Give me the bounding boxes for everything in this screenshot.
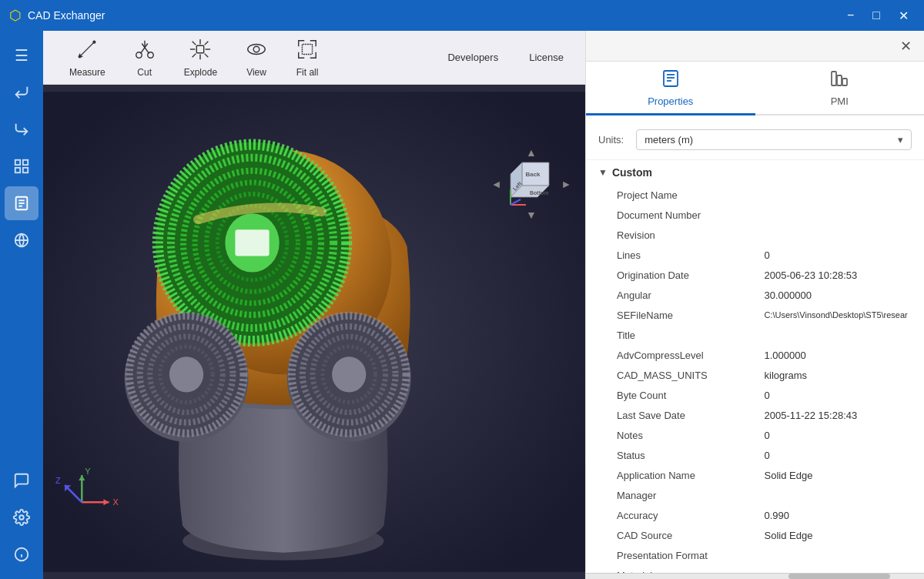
- prop-application-name: Application Name Solid Edge: [586, 465, 924, 485]
- svg-rect-0: [15, 160, 20, 165]
- prop-accuracy: Accuracy 0.990: [586, 505, 924, 525]
- custom-section-title: Custom: [612, 166, 652, 179]
- 3d-scene[interactable]: ▲ ◄ Back Left: [43, 85, 585, 579]
- units-label: Units:: [598, 134, 624, 146]
- explode-tool[interactable]: Explode: [173, 33, 228, 82]
- tab-pmi[interactable]: PMI: [755, 62, 925, 115]
- properties-tab-icon: [661, 69, 680, 92]
- svg-rect-84: [832, 72, 836, 85]
- close-window-button[interactable]: ✕: [892, 5, 915, 26]
- navigation-cube[interactable]: ▲ ◄ Back Left: [493, 146, 570, 231]
- measure-icon: [75, 38, 99, 64]
- cut-label: Cut: [137, 67, 152, 78]
- properties-tab-label: Properties: [648, 95, 693, 107]
- sidebar-item-info[interactable]: [5, 537, 38, 571]
- sidebar-item-import[interactable]: [5, 75, 38, 109]
- svg-line-13: [80, 42, 95, 56]
- prop-status: Status 0: [586, 445, 924, 465]
- bottom-scrollbar-thumb[interactable]: [788, 574, 890, 579]
- svg-point-70: [332, 356, 366, 392]
- sidebar-item-settings[interactable]: [5, 500, 38, 534]
- svg-line-29: [205, 53, 209, 57]
- view-tool[interactable]: View: [234, 33, 279, 82]
- explode-label: Explode: [184, 67, 217, 78]
- pmi-tab-icon: [830, 69, 849, 92]
- prop-last-save-date: Last Save Date 2005-11-22 15:28:43: [586, 405, 924, 425]
- svg-rect-1: [23, 160, 28, 165]
- app-title: CAD Exchanger: [28, 9, 105, 22]
- measure-tool[interactable]: Measure: [59, 33, 116, 82]
- svg-text:Z: Z: [55, 476, 61, 485]
- fitall-icon: [296, 38, 319, 64]
- svg-point-32: [248, 44, 266, 54]
- panel-close-button[interactable]: ✕: [897, 35, 915, 58]
- svg-text:Y: Y: [85, 467, 91, 476]
- sidebar-item-menu[interactable]: ☰: [5, 38, 38, 72]
- minimize-button[interactable]: −: [841, 5, 860, 26]
- svg-rect-80: [664, 71, 678, 86]
- custom-section-header[interactable]: ▼ Custom: [586, 160, 924, 185]
- developers-link[interactable]: Developers: [441, 49, 504, 66]
- custom-section: ▼ Custom Project Name Document Number Re…: [586, 160, 924, 573]
- prop-adv-compress-level: AdvCompressLevel 1.000000: [586, 345, 924, 365]
- svg-rect-23: [197, 45, 204, 52]
- prop-cad-mass-units: CAD_MASS_UNITS kilograms: [586, 365, 924, 385]
- cube-visual[interactable]: Back Left Bottom: [507, 159, 557, 209]
- prop-presentation-format: Presentation Format: [586, 545, 924, 565]
- units-select-value: meters (m): [644, 134, 693, 146]
- svg-point-63: [169, 356, 203, 392]
- fitall-tool[interactable]: Fit all: [285, 33, 330, 82]
- prop-document-number: Document Number: [586, 205, 924, 225]
- svg-rect-2: [15, 168, 20, 172]
- sidebar-item-chat[interactable]: [5, 464, 38, 497]
- svg-point-33: [253, 46, 259, 52]
- pmi-tab-label: PMI: [831, 95, 849, 107]
- prop-sefilename: SEFileName C:\Users\Vinsond\Desktop\ST5\…: [586, 305, 924, 325]
- svg-rect-86: [842, 79, 847, 85]
- svg-rect-34: [303, 44, 313, 54]
- svg-text:Back: Back: [525, 171, 541, 178]
- titlebar-controls: − □ ✕: [841, 5, 915, 26]
- units-row: Units: meters (m) ▾: [586, 125, 924, 160]
- sidebar-item-globe[interactable]: [5, 223, 38, 257]
- sidebar-item-assembly[interactable]: [5, 149, 38, 183]
- svg-line-30: [205, 41, 209, 45]
- svg-rect-3: [23, 168, 28, 172]
- app-logo: ⬡: [9, 7, 22, 24]
- sidebar-item-export[interactable]: [5, 112, 38, 146]
- prop-project-name: Project Name: [586, 185, 924, 205]
- panel-tabs: Properties PMI: [586, 62, 924, 115]
- maximize-button[interactable]: □: [866, 5, 886, 26]
- content-area: Measure Cut Explode: [43, 31, 924, 579]
- prop-cad-source: CAD Source Solid Edge: [586, 525, 924, 545]
- svg-line-28: [192, 41, 196, 45]
- tab-properties[interactable]: Properties: [586, 62, 755, 115]
- units-dropdown-icon: ▾: [898, 134, 903, 146]
- svg-text:X: X: [113, 497, 119, 507]
- svg-point-9: [19, 515, 24, 520]
- custom-section-arrow: ▼: [598, 167, 608, 178]
- main-layout: ☰: [0, 31, 924, 579]
- viewport[interactable]: Measure Cut Explode: [43, 31, 585, 579]
- prop-lines: Lines 0: [586, 245, 924, 265]
- explode-icon: [189, 38, 212, 64]
- prop-title: Title: [586, 325, 924, 345]
- svg-point-16: [79, 55, 82, 57]
- cut-icon: [133, 38, 156, 64]
- license-link[interactable]: License: [523, 49, 570, 66]
- right-panel: ✕ Properties PMI: [585, 31, 924, 579]
- cut-tool[interactable]: Cut: [122, 33, 167, 82]
- svg-line-43: [511, 199, 521, 205]
- sidebar: ☰: [0, 31, 43, 579]
- view-icon: [245, 38, 268, 64]
- bottom-scrollbar[interactable]: [586, 573, 924, 579]
- svg-line-21: [142, 43, 149, 53]
- svg-rect-56: [235, 229, 269, 256]
- view-label: View: [246, 67, 266, 78]
- titlebar: ⬡ CAD Exchanger − □ ✕: [0, 0, 924, 31]
- svg-point-17: [93, 41, 95, 43]
- panel-header: ✕: [586, 31, 924, 62]
- units-select[interactable]: meters (m) ▾: [636, 129, 912, 150]
- sidebar-item-properties[interactable]: [5, 186, 38, 220]
- panel-content[interactable]: Units: meters (m) ▾ ▼ Custom Project Nam…: [586, 115, 924, 573]
